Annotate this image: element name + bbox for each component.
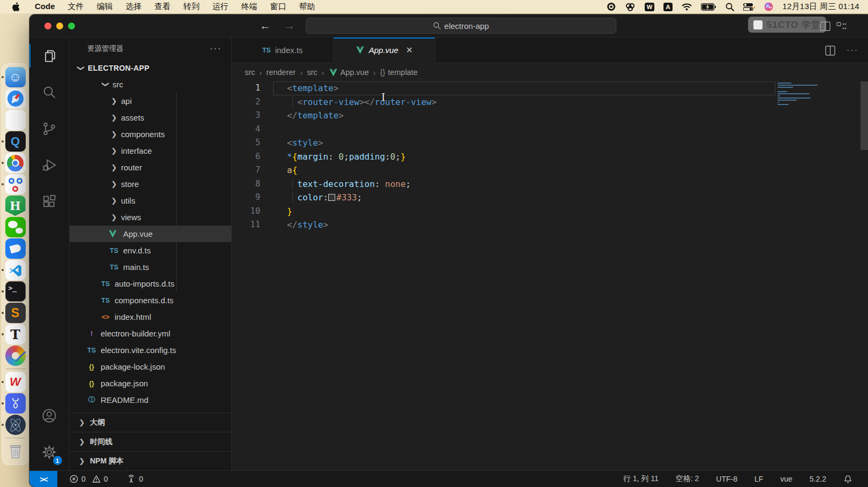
tab-App.vue[interactable]: App.vue✕ xyxy=(334,38,435,63)
tree-item-electron.vite.config.ts[interactable]: TSelectron.vite.config.ts xyxy=(70,342,231,358)
breadcrumb-item-src[interactable]: src xyxy=(245,68,255,77)
tree-item-views[interactable]: ❯views xyxy=(70,209,231,226)
breadcrumb-item-template[interactable]: {}template xyxy=(380,68,418,77)
tree-item-assets[interactable]: ❯assets xyxy=(70,109,231,126)
menu-item-文件[interactable]: 文件 xyxy=(62,2,90,11)
dock-item-launchpad[interactable] xyxy=(5,110,26,130)
dock-item-hbuilderx[interactable]: H xyxy=(5,196,26,216)
tree-item-store[interactable]: ❯store xyxy=(70,176,231,192)
encoding-status[interactable]: UTF-8 xyxy=(711,475,742,483)
minimap[interactable] xyxy=(778,83,825,106)
tree-item-api[interactable]: ❯api xyxy=(70,93,231,109)
tree-item-auto-imports.d.ts[interactable]: TSauto-imports.d.ts xyxy=(70,275,231,292)
command-center-search[interactable]: electron-app xyxy=(306,18,616,34)
menu-item-窗口[interactable]: 窗口 xyxy=(264,2,293,11)
activity-extensions-icon[interactable] xyxy=(29,183,70,220)
dock-item-terminal[interactable]: >_ xyxy=(5,281,26,302)
wps-menu-icon[interactable]: W xyxy=(645,3,654,11)
menu-bar-clock[interactable]: 12月13日 周三 01:14 xyxy=(782,2,859,12)
menu-item-编辑[interactable]: 编辑 xyxy=(90,2,119,11)
menu-item-转到[interactable]: 转到 xyxy=(177,2,206,11)
tree-item-interface[interactable]: ❯interface xyxy=(70,143,231,159)
zoom-window-button[interactable] xyxy=(68,23,75,29)
breadcrumb-item-src[interactable]: src xyxy=(307,68,317,77)
dock-item-quicktime[interactable]: Q xyxy=(5,131,26,152)
activity-search-icon[interactable] xyxy=(29,74,70,110)
battery-icon[interactable] xyxy=(701,3,716,11)
app-circles-icon[interactable] xyxy=(625,3,636,11)
dock-item-safari[interactable] xyxy=(5,88,26,109)
menu-item-Code[interactable]: Code xyxy=(27,2,62,11)
tab-index.ts[interactable]: TSindex.ts xyxy=(232,38,334,63)
dock-item-art-palette[interactable] xyxy=(5,346,26,366)
close-tab-icon[interactable]: ✕ xyxy=(406,45,413,55)
spotlight-icon[interactable] xyxy=(726,3,734,11)
dock-item-finder[interactable]: ☺ xyxy=(5,67,26,87)
explorer-more-actions-button[interactable]: ··· xyxy=(210,44,222,54)
activity-explorer-icon[interactable] xyxy=(29,38,70,74)
siri-icon[interactable] xyxy=(764,2,773,11)
screen-record-icon[interactable] xyxy=(607,2,616,11)
menu-item-选择[interactable]: 选择 xyxy=(119,2,148,11)
input-source-icon[interactable]: A xyxy=(663,3,673,11)
menu-item-查看[interactable]: 查看 xyxy=(148,2,177,11)
code-line-7[interactable]: 7a{ xyxy=(232,163,868,177)
activity-account-icon[interactable] xyxy=(29,398,70,434)
split-editor-icon[interactable] xyxy=(825,45,836,56)
dock-item-deer-vpn[interactable] xyxy=(5,393,26,414)
code-line-10[interactable]: 10} xyxy=(232,205,868,219)
navigate-forward-button[interactable]: → xyxy=(284,19,295,32)
menu-item-帮助[interactable]: 帮助 xyxy=(293,2,322,11)
navigate-back-button[interactable]: ← xyxy=(260,19,271,32)
code-line-9[interactable]: 9 color:#333; xyxy=(232,191,868,205)
language-mode-status[interactable]: vue xyxy=(775,475,797,483)
tree-item-electron-builder.yml[interactable]: !electron-builder.yml xyxy=(70,325,231,342)
activity-run-debug-icon[interactable] xyxy=(29,147,70,183)
tree-item-App.vue[interactable]: App.vue xyxy=(70,226,231,242)
sidebar-section-时间线[interactable]: ❯时间线 xyxy=(70,432,231,451)
sidebar-section-NPM 脚本[interactable]: ❯NPM 脚本 xyxy=(70,451,231,470)
apple-logo-icon[interactable] xyxy=(12,2,20,11)
sidebar-section-大纲[interactable]: ❯大纲 xyxy=(70,413,231,432)
dock-item-sunlogin[interactable] xyxy=(5,174,26,194)
ports-status[interactable]: 0 xyxy=(122,475,148,483)
editor-more-actions-button[interactable]: ··· xyxy=(847,46,858,55)
dock-item-sublime-text[interactable]: S xyxy=(5,303,26,323)
close-window-button[interactable] xyxy=(44,23,51,29)
editor-scrollbar[interactable] xyxy=(861,81,868,150)
tree-item-README.md[interactable]: ⓘREADME.md xyxy=(70,392,231,408)
code-line-6[interactable]: 6*{margin: 0;padding:0;} xyxy=(232,150,868,164)
tree-item-router[interactable]: ❯router xyxy=(70,159,231,176)
tree-item-src[interactable]: ❯src xyxy=(70,76,231,93)
menu-item-终端[interactable]: 终端 xyxy=(235,2,264,11)
remote-indicator[interactable]: >< xyxy=(29,471,57,487)
indentation-status[interactable]: 空格: 2 xyxy=(671,474,704,484)
breadcrumb-item-App.vue[interactable]: App.vue xyxy=(329,68,369,77)
activity-source-control-icon[interactable] xyxy=(29,110,70,147)
tree-item-env.d.ts[interactable]: TSenv.d.ts xyxy=(70,242,231,259)
notifications-bell[interactable] xyxy=(839,475,857,484)
tree-item-main.ts[interactable]: TSmain.ts xyxy=(70,259,231,275)
code-line-4[interactable]: 4 xyxy=(232,123,868,137)
code-line-8[interactable]: 8 text-decoration: none; xyxy=(232,177,868,191)
code-line-2[interactable]: 2 <router-view></router-view> xyxy=(232,95,868,109)
dock-item-trash[interactable] xyxy=(5,441,26,461)
dock-item-dingtalk[interactable] xyxy=(5,238,26,259)
dock-item-wps-office[interactable]: W xyxy=(5,372,26,392)
problems-status[interactable]: 0 0 xyxy=(65,475,113,483)
tree-item-index.html[interactable]: <>index.html xyxy=(70,309,231,325)
dock-item-textedit[interactable]: T xyxy=(5,324,26,344)
wifi-icon[interactable] xyxy=(682,3,692,11)
code-editor[interactable]: 1<template>2 <router-view></router-view>… xyxy=(232,81,868,470)
customize-layout-icon[interactable] xyxy=(836,21,847,32)
breadcrumb-item-renderer[interactable]: renderer xyxy=(266,68,296,77)
minimize-window-button[interactable] xyxy=(56,23,63,29)
code-line-1[interactable]: 1<template> xyxy=(232,81,868,95)
control-center-icon[interactable] xyxy=(743,3,755,11)
activity-settings-icon[interactable]: 1 xyxy=(29,434,70,470)
dock-item-electron[interactable] xyxy=(5,415,26,435)
code-line-5[interactable]: 5<style> xyxy=(232,136,868,150)
version-status[interactable]: 5.2.2 xyxy=(805,475,831,483)
dock-item-chrome[interactable] xyxy=(5,153,26,173)
code-line-11[interactable]: 11</style> xyxy=(232,218,868,232)
